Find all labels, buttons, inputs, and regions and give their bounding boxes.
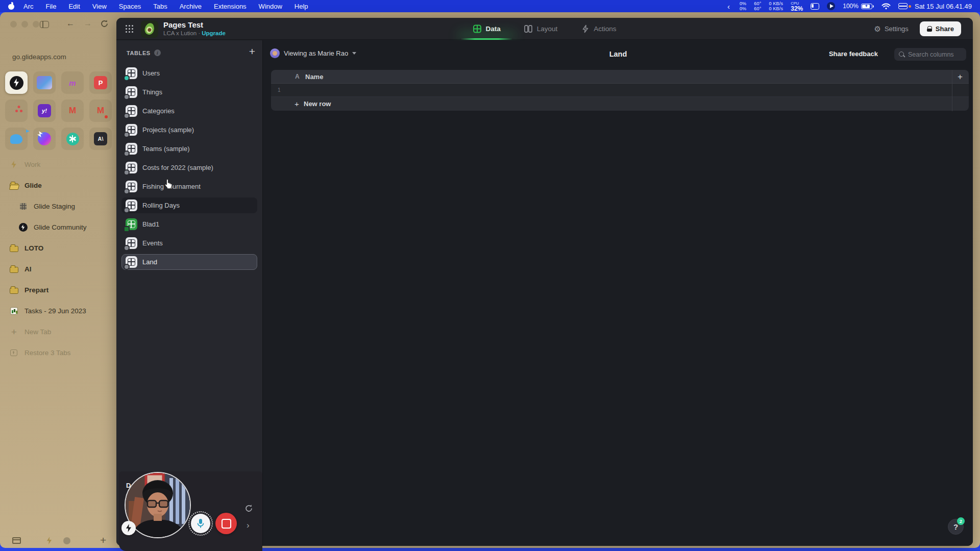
app-icon[interactable] [5,128,28,150]
reload-page-icon[interactable] [100,19,109,28]
sidebar-item[interactable]: Prepart [9,280,111,300]
close-window-button[interactable] [10,21,17,28]
menu-item[interactable]: Edit [62,3,86,10]
share-feedback-link[interactable]: Share feedback [829,50,878,58]
menu-item[interactable]: Archive [174,3,208,10]
table-icon [126,86,137,98]
boost-icon[interactable] [46,537,52,544]
menu-item[interactable]: Extensions [208,3,253,10]
menu-item[interactable]: Arc [17,3,40,10]
app-icon[interactable] [33,71,56,94]
mode-tab[interactable]: Actions [581,18,616,40]
table-list-item[interactable]: Teams (sample) [121,141,257,157]
menu-clock[interactable]: Sat 15 Jul 06.41.49 [915,3,972,10]
media-app-icon[interactable] [827,2,835,10]
battery-indicator[interactable]: 100% [843,3,874,10]
table-list-item[interactable]: Land [121,254,257,270]
app-icon[interactable] [5,71,28,94]
table-list-item[interactable]: Costs for 2022 (sample) [121,160,257,176]
window-manager-icon[interactable] [811,3,819,10]
sidebar-item[interactable]: New Tab [9,321,111,342]
plus-icon: + [295,99,299,108]
sidebar-item[interactable]: Restore 3 Tabs [9,342,111,363]
add-column-button[interactable]: + [954,71,966,83]
table-row[interactable]: 1 [271,84,969,97]
app-icon[interactable]: M [61,99,84,122]
mode-tab[interactable]: Data [473,18,500,40]
expand-chevron-icon[interactable]: › [247,520,250,531]
share-button[interactable]: Share [920,21,961,36]
minimize-window-button[interactable] [21,21,28,28]
back-arrow-icon[interactable]: ← [66,19,75,28]
spaces-globe-icon[interactable] [63,537,70,544]
menu-item[interactable]: Tabs [147,3,173,10]
table-list-item[interactable]: Rolling Days [121,197,257,213]
app-icon[interactable]: A\ [89,128,112,150]
stop-record-button[interactable] [215,513,237,534]
settings-button[interactable]: ⚙ Settings [874,25,908,33]
menu-item[interactable]: Spaces [113,3,147,10]
avocado-icon [143,22,156,36]
sidebar-item[interactable]: AI [9,259,111,280]
menu-item[interactable]: File [40,3,63,10]
sidebar-item[interactable]: Glide Community [9,217,111,238]
table-list-item[interactable]: Fishing Tournament [121,179,257,194]
table-list-item[interactable]: Blad1 [121,216,257,232]
search-columns-input[interactable] [908,51,959,58]
project-avatar[interactable] [141,20,158,38]
table-list-item[interactable]: Things [121,84,257,100]
info-icon[interactable]: i [154,49,161,56]
sidebar-item[interactable]: Work [9,154,111,175]
app-icon[interactable] [5,99,28,122]
control-center-icon[interactable] [898,3,907,9]
url-field[interactable]: go.glideapps.com [12,53,66,61]
column-header-name[interactable]: Name [305,73,323,81]
sidebar-item-label: Glide Community [34,223,87,231]
sidebar-toggle-icon[interactable] [40,21,49,28]
tab-icon [524,24,533,33]
wifi-icon[interactable] [881,3,891,10]
sidebar-item[interactable]: LOTO [9,238,111,259]
menu-bar: ArcFileEditViewSpacesTabsArchiveExtensio… [0,0,980,12]
menu-item[interactable]: Window [253,3,288,10]
cpu-usage-stat[interactable]: CPU 32% [791,1,803,11]
app-icon[interactable]: M [89,99,112,122]
table-icon [126,67,137,79]
new-tab-plus-icon[interactable]: + [100,534,106,546]
microphone-button[interactable] [191,514,210,533]
zoom-window-button[interactable] [33,21,39,28]
menu-item[interactable]: Help [288,3,314,10]
apple-menu-icon[interactable] [8,3,14,10]
app-icon[interactable]: y! [33,99,56,122]
library-icon[interactable] [12,537,21,544]
app-launcher-icon[interactable] [126,25,133,33]
app-icon[interactable] [33,128,56,150]
table-list-item[interactable]: Projects (sample) [121,122,257,138]
add-table-button[interactable]: + [249,45,255,58]
app-icon[interactable]: m [61,71,84,94]
search-columns-box[interactable] [894,48,966,61]
app-icon[interactable]: P [89,71,112,94]
sidebar-item[interactable]: Glide [9,175,111,196]
table-list-item[interactable]: Categories [121,103,257,119]
help-button[interactable]: ? 2 [948,519,964,535]
temperature-stat[interactable]: 60°60° [754,1,761,11]
table-header-row[interactable]: A Name + [271,70,969,84]
restart-recording-icon[interactable] [244,504,253,513]
mode-tab[interactable]: Layout [524,18,558,40]
sidebar-item[interactable]: Tasks - 29 Jun 2023 [9,300,111,321]
network-stat[interactable]: 0 KB/s0 KB/s [769,1,783,11]
sidebar-item[interactable]: Glide Staging [9,196,111,217]
app-icon[interactable] [61,128,84,150]
cpu-percent-stat[interactable]: 0%0% [740,1,746,11]
window-traffic-lights[interactable] [10,21,39,28]
column-type-icon: A [295,73,300,80]
forward-arrow-icon[interactable]: → [84,19,92,28]
new-row-button[interactable]: + New row [271,97,969,111]
table-list-item[interactable]: Users [121,65,257,81]
menu-item[interactable]: View [86,3,113,10]
history-chevron-icon[interactable]: ‹ [727,2,730,11]
table-list-item[interactable]: Events [121,235,257,251]
project-title-block[interactable]: Pages Test LCA x Lution ·Upgrade [163,20,226,37]
upgrade-link[interactable]: Upgrade [202,30,226,36]
